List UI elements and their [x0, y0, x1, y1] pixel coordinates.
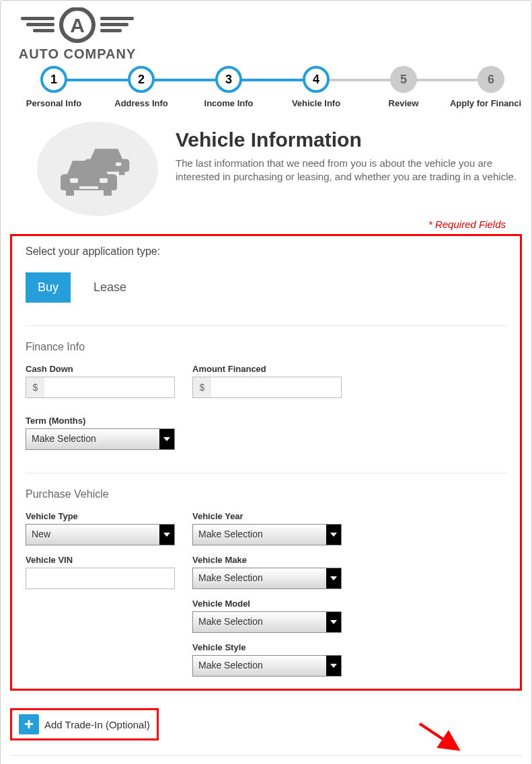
cash-down-label: Cash Down — [26, 364, 175, 374]
vehicle-icon — [37, 122, 158, 216]
vehicle-model-value: Make Selection — [198, 616, 263, 627]
add-trade-in-button[interactable]: + Add Trade-In (Optional) — [19, 714, 150, 734]
company-logo: A AUTO COMPANY — [10, 7, 145, 62]
vehicle-make-value: Make Selection — [198, 572, 263, 583]
divider — [26, 326, 506, 326]
vehicle-model-label: Vehicle Model — [192, 599, 342, 609]
vehicle-vin-input[interactable] — [26, 568, 175, 589]
vehicle-style-select[interactable]: Make Selection — [192, 655, 342, 677]
svg-text:A: A — [70, 14, 85, 36]
chevron-down-icon — [326, 568, 341, 588]
svg-line-15 — [420, 724, 456, 748]
page-subtitle: The last information that we need from y… — [176, 157, 522, 184]
cash-down-input[interactable] — [26, 377, 175, 398]
logo-text: AUTO COMPANY — [19, 46, 137, 62]
step-personal-info[interactable]: 1 Personal Info — [10, 66, 98, 108]
amount-financed-label: Amount Financed — [192, 364, 342, 374]
vehicle-year-select[interactable]: Make Selection — [192, 524, 342, 545]
vehicle-make-label: Vehicle Make — [192, 555, 342, 565]
svg-rect-3 — [100, 17, 134, 20]
chevron-down-icon — [159, 429, 174, 449]
step-review[interactable]: 5 Review — [360, 66, 447, 108]
vehicle-type-label: Vehicle Type — [26, 511, 175, 521]
trade-in-highlight-box: + Add Trade-In (Optional) — [10, 708, 159, 740]
page-title: Vehicle Information — [176, 128, 522, 151]
purchase-vehicle-title: Purchase Vehicle — [26, 488, 506, 500]
progress-stepper: 1 Personal Info 2 Address Info 3 Income … — [10, 66, 522, 108]
application-type-tabs: Buy Lease — [26, 272, 506, 303]
amount-financed-input[interactable] — [192, 377, 342, 398]
required-fields-note: * Required Fields — [10, 219, 522, 230]
term-select-value: Make Selection — [32, 433, 96, 444]
vehicle-style-value: Make Selection — [198, 660, 263, 671]
divider — [10, 755, 522, 756]
step-apply-financing[interactable]: 6 Apply for Financing — [447, 66, 522, 108]
cash-down-prefix: $ — [26, 377, 44, 398]
vehicle-make-select[interactable]: Make Selection — [192, 568, 342, 589]
divider — [26, 473, 506, 473]
svg-rect-9 — [116, 163, 122, 166]
svg-rect-0 — [21, 17, 54, 20]
logo-graphic: A — [17, 7, 138, 45]
plus-icon: + — [19, 714, 39, 734]
svg-rect-1 — [26, 23, 54, 26]
vehicle-style-label: Vehicle Style — [192, 642, 342, 652]
term-select[interactable]: Make Selection — [26, 428, 175, 450]
svg-rect-2 — [33, 29, 54, 32]
app-frame: A AUTO COMPANY 1 Personal Info 2 Address… — [0, 0, 532, 764]
page-header: Vehicle Information The last information… — [10, 122, 522, 216]
chevron-down-icon — [159, 525, 174, 545]
amount-financed-prefix: $ — [192, 377, 211, 398]
vehicle-year-value: Make Selection — [198, 529, 263, 539]
svg-rect-12 — [79, 186, 98, 189]
vehicle-model-select[interactable]: Make Selection — [192, 611, 342, 633]
svg-rect-5 — [100, 29, 122, 32]
step-address-info[interactable]: 2 Address Info — [98, 66, 185, 108]
tab-buy[interactable]: Buy — [26, 272, 71, 303]
application-type-prompt: Select your application type: — [26, 245, 506, 258]
tab-lease[interactable]: Lease — [81, 272, 139, 303]
chevron-down-icon — [326, 525, 341, 545]
svg-rect-11 — [100, 178, 108, 183]
svg-rect-10 — [70, 178, 78, 183]
annotation-arrow-icon — [417, 721, 464, 755]
vehicle-vin-label: Vehicle VIN — [26, 555, 175, 565]
vehicle-type-select[interactable]: New — [26, 524, 175, 545]
vehicle-year-label: Vehicle Year — [192, 511, 342, 521]
form-highlight-box: Select your application type: Buy Lease … — [10, 234, 522, 691]
chevron-down-icon — [326, 656, 341, 676]
term-label: Term (Months) — [26, 416, 175, 426]
step-income-info[interactable]: 3 Income Info — [185, 66, 272, 108]
svg-rect-4 — [100, 23, 128, 26]
vehicle-type-value: New — [32, 529, 50, 539]
add-trade-in-label: Add Trade-In (Optional) — [44, 719, 150, 730]
step-vehicle-info[interactable]: 4 Vehicle Info — [272, 66, 360, 108]
finance-info-title: Finance Info — [26, 341, 506, 353]
chevron-down-icon — [326, 612, 341, 632]
